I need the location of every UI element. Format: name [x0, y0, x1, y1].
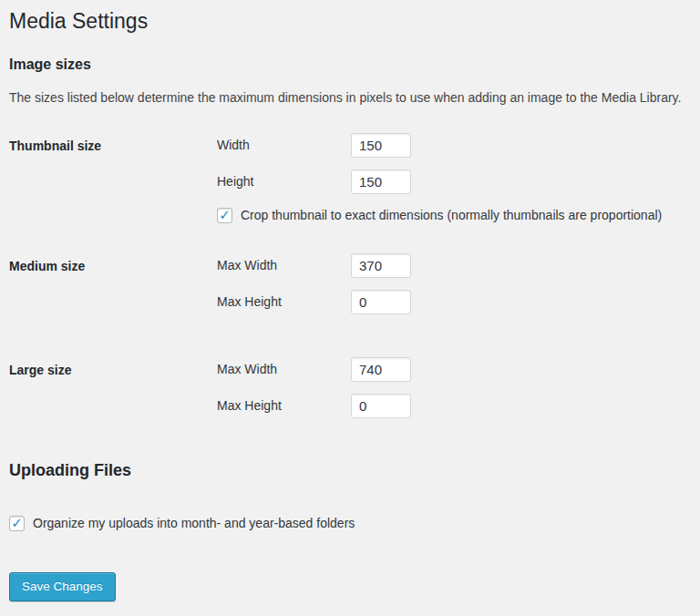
medium-size-fields: Max Width Max Height: [217, 253, 411, 314]
thumbnail-size-group: Thumbnail size Width Height ✓ Crop thumb…: [9, 133, 691, 223]
large-size-group: Large size Max Width Max Height: [9, 357, 691, 418]
medium-max-height-row: Max Height: [217, 290, 411, 314]
large-max-width-row: Max Width: [217, 357, 411, 382]
large-size-fields: Max Width Max Height: [217, 357, 411, 418]
medium-max-width-label: Max Width: [217, 258, 351, 272]
image-sizes-heading: Image sizes: [9, 56, 691, 73]
large-max-height-input[interactable]: [351, 394, 411, 418]
crop-thumbnail-row: ✓ Crop thumbnail to exact dimensions (no…: [217, 208, 662, 223]
medium-size-label: Medium size: [9, 253, 217, 273]
image-sizes-description: The sizes listed below determine the max…: [9, 90, 691, 105]
medium-max-width-row: Max Width: [217, 253, 411, 278]
large-max-height-row: Max Height: [217, 394, 411, 418]
thumbnail-width-row: Width: [217, 133, 662, 158]
large-max-width-label: Max Width: [217, 362, 351, 376]
large-max-height-label: Max Height: [217, 398, 351, 413]
thumbnail-height-row: Height: [217, 169, 662, 194]
thumbnail-width-input[interactable]: [351, 133, 411, 158]
thumbnail-size-label: Thumbnail size: [9, 133, 217, 153]
thumbnail-height-label: Height: [217, 174, 351, 189]
save-changes-button[interactable]: Save Changes: [9, 572, 116, 602]
large-max-width-input[interactable]: [351, 357, 411, 382]
thumbnail-height-input[interactable]: [351, 169, 411, 194]
uploading-files-heading: Uploading Files: [9, 461, 691, 480]
medium-size-group: Medium size Max Width Max Height: [9, 253, 691, 314]
thumbnail-width-label: Width: [217, 138, 351, 152]
large-size-label: Large size: [9, 357, 217, 377]
thumbnail-size-fields: Width Height ✓ Crop thumbnail to exact d…: [217, 133, 662, 223]
media-settings-page: Media Settings Image sizes The sizes lis…: [0, 0, 700, 601]
page-title: Media Settings: [9, 8, 691, 36]
medium-max-height-input[interactable]: [351, 290, 411, 314]
check-icon: ✓: [219, 208, 231, 221]
crop-thumbnail-checkbox[interactable]: ✓: [217, 208, 232, 223]
medium-max-width-input[interactable]: [351, 253, 411, 278]
check-icon: ✓: [11, 516, 23, 529]
organize-uploads-checkbox[interactable]: ✓: [9, 516, 25, 531]
crop-thumbnail-label[interactable]: Crop thumbnail to exact dimensions (norm…: [241, 208, 662, 222]
medium-max-height-label: Max Height: [217, 294, 351, 309]
organize-uploads-row: ✓ Organize my uploads into month- and ye…: [9, 516, 691, 531]
organize-uploads-label[interactable]: Organize my uploads into month- and year…: [33, 516, 355, 530]
